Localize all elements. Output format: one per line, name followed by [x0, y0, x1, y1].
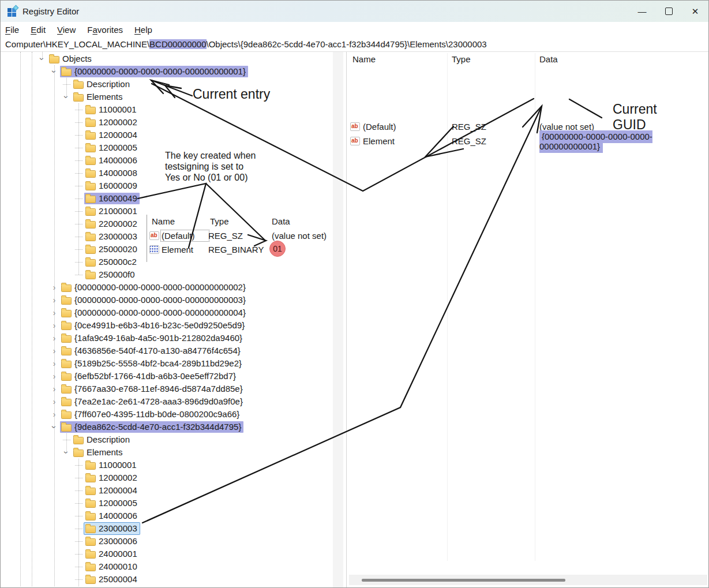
chevron-collapsed-icon[interactable]	[48, 410, 60, 419]
address-bar[interactable]: Computer\HKEY_LOCAL_MACHINE\BCD00000000\…	[1, 37, 708, 52]
menu-edit[interactable]: Edit	[25, 25, 51, 35]
tree-item-00000000-0000-0000-0000-000000000002[interactable]: {00000000-0000-0000-0000-000000000002}	[1, 281, 248, 294]
tree-item-11000001[interactable]: 11000001	[1, 103, 139, 116]
tree-item-14000006[interactable]: 14000006	[1, 510, 140, 522]
tree-item-label: 16000009	[99, 181, 137, 190]
values-scrollbar-thumb[interactable]	[362, 579, 565, 582]
folder-icon	[85, 246, 96, 254]
chevron-collapsed-icon[interactable]	[48, 283, 60, 292]
mini-column-name: Name	[152, 216, 175, 226]
tree-item-label: Elements	[87, 92, 123, 102]
chevron-collapsed-icon[interactable]	[48, 359, 60, 368]
tree-item-00000000-0000-0000-0000-000000000003[interactable]: {00000000-0000-0000-0000-000000000003}	[1, 294, 248, 306]
tree-item-objects[interactable]: Objects	[1, 53, 94, 65]
tree-item-label: 14000008	[99, 168, 137, 178]
values-horizontal-scrollbar[interactable]	[349, 575, 707, 585]
tree-item-label: {0ce4991b-e6b3-4b16-b23c-5e0d9250e5d9}	[74, 320, 245, 330]
tree-item-12000005[interactable]: 12000005	[1, 141, 140, 154]
tree-item-12000002[interactable]: 12000002	[1, 471, 140, 484]
tree-item-23000003[interactable]: 23000003	[1, 230, 140, 243]
tree-item-label: 24000001	[99, 549, 137, 559]
tree-item-0ce4991b-e6b3-4b16-b23c-5e0d9250e5d9[interactable]: {0ce4991b-e6b3-4b16-b23c-5e0d9250e5d9}	[1, 319, 247, 332]
tree-item-25000004[interactable]: 25000004	[1, 573, 140, 586]
chevron-expanded-icon[interactable]	[36, 54, 48, 63]
folder-icon	[85, 551, 96, 559]
tree-item-21000001[interactable]: 21000001	[1, 205, 140, 218]
folder-icon	[85, 272, 96, 279]
chevron-collapsed-icon[interactable]	[48, 295, 60, 305]
tree-item-label: 23000003	[99, 231, 137, 241]
tree-connector-stub	[73, 249, 84, 250]
chevron-expanded-icon[interactable]	[48, 422, 60, 432]
tree-item-9dea862c-5cdd-4e70-acc1-f32b344d4795[interactable]: {9dea862c-5cdd-4e70-acc1-f32b344d4795}	[1, 421, 243, 433]
value-row-element[interactable]: ElementREG_SZ{00000000-0000-0000-0000-00…	[347, 134, 708, 148]
tree-item-25000020[interactable]: 25000020	[1, 243, 140, 256]
folder-icon	[61, 399, 72, 406]
tree-item-24000010[interactable]: 24000010	[1, 560, 140, 573]
value-data: {00000000-0000-0000-0000-000000000001}	[539, 132, 708, 151]
tree-item-label: Description	[87, 435, 130, 444]
tree-item-elements[interactable]: Elements	[1, 91, 125, 103]
tree-item-12000004[interactable]: 12000004	[1, 129, 140, 141]
chevron-collapsed-icon[interactable]	[48, 346, 60, 355]
maximize-button[interactable]	[655, 1, 682, 22]
tree-item-label: 12000005	[99, 498, 137, 508]
tree-item-description[interactable]: Description	[1, 433, 132, 446]
chevron-expanded-icon[interactable]	[61, 448, 72, 457]
tree-item-4636856e-540f-4170-a130-a84776f4c654[interactable]: {4636856e-540f-4170-a130-a84776f4c654}	[1, 344, 243, 357]
tree-connector-stub	[61, 84, 72, 85]
tree-item-22000002[interactable]: 22000002	[1, 218, 140, 230]
tree-item-elements[interactable]: Elements	[1, 446, 125, 459]
chevron-expanded-icon[interactable]	[48, 67, 60, 76]
tree-item-24000001[interactable]: 24000001	[1, 548, 140, 560]
tree-connector-stub	[73, 554, 84, 555]
tree-item-1afa9c49-16ab-4a5c-901b-212802da9460[interactable]: {1afa9c49-16ab-4a5c-901b-212802da9460}	[1, 332, 245, 344]
menu-view[interactable]: View	[51, 25, 81, 35]
string-value-icon	[149, 231, 159, 240]
menu-favorites[interactable]: Favorites	[81, 25, 129, 35]
tree-item-label: {7ea2e1ac-2e61-4728-aaa3-896d9d0a9f0e}	[74, 396, 243, 406]
menu-file[interactable]: File	[1, 25, 25, 35]
tree-item-250000c2[interactable]: 250000c2	[1, 256, 139, 268]
tree-item-12000004[interactable]: 12000004	[1, 484, 140, 497]
tree-item-label: 11000001	[99, 104, 137, 114]
chevron-collapsed-icon[interactable]	[48, 334, 60, 343]
tree-item-12000002[interactable]: 12000002	[1, 116, 140, 129]
chevron-collapsed-icon[interactable]	[48, 308, 60, 317]
tree-item-23000006[interactable]: 23000006	[1, 535, 140, 548]
tree-item-14000008[interactable]: 14000008	[1, 167, 140, 179]
tree-item-00000000-0000-0000-0000-000000000004[interactable]: {00000000-0000-0000-0000-000000000004}	[1, 306, 248, 319]
minimize-button[interactable]: —	[629, 1, 655, 22]
tree-item-6efb52bf-1766-41db-a6b3-0ee5eff72bd7[interactable]: {6efb52bf-1766-41db-a6b3-0ee5eff72bd7}	[1, 370, 238, 383]
tree-item-label: 12000002	[99, 473, 137, 482]
chevron-collapsed-icon[interactable]	[48, 372, 60, 381]
tree-item-16000049[interactable]: 16000049	[1, 192, 140, 205]
tree-item-250000f0[interactable]: 250000f0	[1, 268, 137, 281]
mini-value-type: REG_SZ	[208, 231, 272, 241]
tree-item-16000009[interactable]: 16000009	[1, 179, 140, 192]
folder-icon	[85, 221, 96, 229]
folder-icon	[85, 208, 96, 216]
column-header-data[interactable]: Data	[539, 54, 558, 64]
tree-item-23000003[interactable]: 23000003	[1, 522, 140, 535]
tree-item-00000000-0000-0000-0000-000000000001[interactable]: {00000000-0000-0000-0000-000000000001}	[1, 65, 248, 78]
menu-help[interactable]: Help	[129, 25, 158, 35]
column-header-name[interactable]: Name	[352, 54, 376, 64]
title-bar: Registry Editor — ✕	[1, 1, 708, 22]
close-button[interactable]: ✕	[682, 1, 708, 22]
chevron-collapsed-icon[interactable]	[48, 384, 60, 394]
tree-item-12000005[interactable]: 12000005	[1, 497, 140, 510]
chevron-collapsed-icon[interactable]	[48, 321, 60, 330]
chevron-collapsed-icon[interactable]	[48, 397, 60, 406]
tree-item-description[interactable]: Description	[1, 78, 132, 91]
chevron-expanded-icon[interactable]	[61, 92, 72, 102]
tree-item-7ea2e1ac-2e61-4728-aaa3-896d9d0a9f0e[interactable]: {7ea2e1ac-2e61-4728-aaa3-896d9d0a9f0e}	[1, 395, 245, 408]
tree-vertical-scrollbar[interactable]	[333, 52, 343, 587]
tree-item-7ff607e0-4395-11db-b0de-0800200c9a66[interactable]: {7ff607e0-4395-11db-b0de-0800200c9a66}	[1, 408, 242, 421]
tree-item-label: {5189b25c-5558-4bf2-bca4-289b11bd29e2}	[74, 358, 242, 368]
tree-item-11000001[interactable]: 11000001	[1, 459, 139, 471]
tree-item-7667aa30-e768-11ef-8946-d5874a7dd85e[interactable]: {7667aa30-e768-11ef-8946-d5874a7dd85e}	[1, 383, 245, 395]
column-header-type[interactable]: Type	[452, 54, 471, 64]
tree-item-14000006[interactable]: 14000006	[1, 154, 140, 167]
tree-item-5189b25c-5558-4bf2-bca4-289b11bd29e2[interactable]: {5189b25c-5558-4bf2-bca4-289b11bd29e2}	[1, 357, 244, 370]
